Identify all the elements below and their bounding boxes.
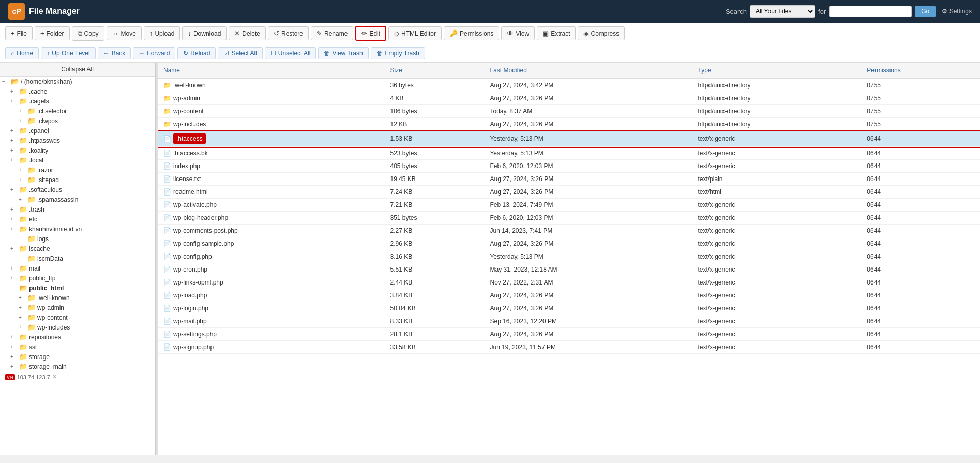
file-name-cell[interactable]: 📄 wp-load.php bbox=[158, 289, 385, 302]
move-button[interactable]: ↔ Move bbox=[107, 26, 142, 40]
tree-toggle-local[interactable]: + bbox=[10, 157, 18, 163]
table-row[interactable]: 📄 .htaccess.bk 523 bytesYesterday, 5:13 … bbox=[158, 147, 980, 160]
tree-item-sitepad[interactable]: +📁.sitepad bbox=[0, 175, 155, 185]
tree-toggle-mail[interactable]: + bbox=[10, 265, 18, 271]
table-row[interactable]: 📄 wp-cron.php 5.51 KBMay 31, 2023, 12:18… bbox=[158, 263, 980, 276]
table-row[interactable]: 📄 wp-config-sample.php 2.96 KBAug 27, 20… bbox=[158, 237, 980, 250]
table-row[interactable]: 📄 wp-links-opml.php 2.44 KBNov 27, 2022,… bbox=[158, 276, 980, 289]
file-name-cell[interactable]: 📄 wp-config.php bbox=[158, 250, 385, 263]
table-row[interactable]: 📄 wp-load.php 3.84 KBAug 27, 2024, 3:26 … bbox=[158, 289, 980, 302]
col-name[interactable]: Name bbox=[158, 63, 385, 79]
file-name-cell[interactable]: 📄 wp-comments-post.php bbox=[158, 225, 385, 237]
table-row[interactable]: 📄 wp-mail.php 8.33 KBSep 16, 2023, 12:20… bbox=[158, 315, 980, 328]
new-folder-button[interactable]: + Folder bbox=[35, 26, 70, 40]
settings-link[interactable]: ⚙ Settings bbox=[942, 8, 972, 15]
tree-toggle-public-ftp[interactable]: + bbox=[10, 275, 18, 281]
tree-item-khanhnvlinnie[interactable]: +📁khanhnvlinnie.id.vn bbox=[0, 224, 155, 234]
file-name-cell[interactable]: 📄 wp-cron.php bbox=[158, 263, 385, 276]
edit-button[interactable]: ✏ Edit bbox=[355, 26, 386, 41]
file-name-cell[interactable]: 📄 wp-links-opml.php bbox=[158, 276, 385, 289]
file-name-cell[interactable]: 📁 .well-known bbox=[158, 79, 385, 92]
table-row[interactable]: 📄 wp-signup.php 33.58 KBJun 19, 2023, 11… bbox=[158, 341, 980, 354]
file-name-cell[interactable]: 📁 wp-content bbox=[158, 105, 385, 118]
tree-toggle-well-known-sub[interactable]: + bbox=[19, 295, 26, 301]
tree-item-storage[interactable]: +📁storage bbox=[0, 352, 155, 362]
file-name-cell[interactable]: 📄 readme.html bbox=[158, 186, 385, 199]
file-name-cell[interactable]: 📁 wp-includes bbox=[158, 118, 385, 131]
table-row[interactable]: 📄 wp-activate.php 7.21 KBFeb 13, 2024, 7… bbox=[158, 199, 980, 212]
delete-button[interactable]: ✕ Delete bbox=[229, 26, 266, 40]
search-input[interactable] bbox=[829, 6, 912, 17]
extract-button[interactable]: ▣ Extract bbox=[537, 26, 576, 40]
file-name-cell[interactable]: 📄 wp-signup.php bbox=[158, 341, 385, 354]
tree-toggle-storage[interactable]: + bbox=[10, 354, 18, 360]
tree-toggle-storage-main[interactable]: + bbox=[10, 364, 18, 369]
file-name-cell[interactable]: 📁 wp-admin bbox=[158, 92, 385, 105]
table-row[interactable]: 📁 wp-content 106 bytesToday, 8:37 AMhttp… bbox=[158, 105, 980, 118]
file-name-cell[interactable]: 📄 wp-login.php bbox=[158, 302, 385, 315]
table-row[interactable]: 📄 .htaccess 1.53 KBYesterday, 5:13 PMtex… bbox=[158, 131, 980, 147]
permissions-button[interactable]: 🔑 Permissions bbox=[444, 26, 499, 40]
tree-toggle-cl-selector[interactable]: + bbox=[19, 108, 26, 114]
tree-toggle-cpanel[interactable]: + bbox=[10, 128, 18, 133]
forward-button[interactable]: → Forward bbox=[133, 47, 175, 59]
tree-item-public-html[interactable]: −📂public_html bbox=[0, 283, 155, 293]
tree-item-etc[interactable]: +📁etc bbox=[0, 214, 155, 224]
restore-button[interactable]: ↺ Restore bbox=[268, 26, 309, 40]
table-row[interactable]: 📄 readme.html 7.24 KBAug 27, 2024, 3:26 … bbox=[158, 186, 980, 199]
tree-item-razor[interactable]: +📁.razor bbox=[0, 165, 155, 175]
search-go-button[interactable]: Go bbox=[915, 6, 936, 17]
download-button[interactable]: ↓ Download bbox=[182, 26, 227, 40]
table-row[interactable]: 📄 wp-settings.php 28.1 KBAug 27, 2024, 3… bbox=[158, 328, 980, 341]
tree-item-cl-selector[interactable]: +📁.cl.selector bbox=[0, 106, 155, 116]
tree-toggle-lscache[interactable]: + bbox=[10, 246, 18, 251]
tree-toggle-razor[interactable]: + bbox=[19, 167, 26, 173]
table-row[interactable]: 📄 license.txt 19.45 KBAug 27, 2024, 3:26… bbox=[158, 173, 980, 186]
file-name-cell[interactable]: 📄 license.txt bbox=[158, 173, 385, 186]
tree-item-cpanel[interactable]: +📁.cpanel bbox=[0, 126, 155, 136]
table-row[interactable]: 📄 wp-config.php 3.16 KBYesterday, 5:13 P… bbox=[158, 250, 980, 263]
tree-item-cache[interactable]: +📁.cache bbox=[0, 86, 155, 96]
search-scope-select[interactable]: All Your Files Current Directory bbox=[750, 5, 815, 18]
tree-item-lscmdata[interactable]: 📁lscmData bbox=[0, 253, 155, 263]
new-file-button[interactable]: + File bbox=[5, 26, 33, 40]
col-size[interactable]: Size bbox=[385, 63, 485, 79]
tree-item-htpasswds[interactable]: +📁.htpasswds bbox=[0, 136, 155, 145]
tree-item-ssl[interactable]: +📁ssl bbox=[0, 342, 155, 352]
tree-toggle-trash[interactable]: + bbox=[10, 206, 18, 212]
home-button[interactable]: ⌂ Home bbox=[5, 47, 39, 59]
collapse-all-button[interactable]: Collapse All bbox=[0, 63, 155, 77]
tree-toggle-softaculous[interactable]: + bbox=[10, 187, 18, 192]
tree-item-koality[interactable]: +📁.koality bbox=[0, 145, 155, 155]
rename-button[interactable]: ✎ Rename bbox=[311, 26, 353, 40]
file-name-cell[interactable]: 📄 .htaccess bbox=[158, 131, 385, 147]
table-row[interactable]: 📄 wp-comments-post.php 2.27 KBJun 14, 20… bbox=[158, 225, 980, 237]
tree-item-wp-content-sub[interactable]: +📁wp-content bbox=[0, 312, 155, 322]
tree-item-clwpos[interactable]: +📁.clwpos bbox=[0, 116, 155, 126]
tree-toggle-wp-content-sub[interactable]: + bbox=[19, 315, 26, 320]
tree-toggle-htpasswds[interactable]: + bbox=[10, 138, 18, 143]
tree-toggle-khanhnvlinnie[interactable]: + bbox=[10, 226, 18, 232]
file-name-cell[interactable]: 📄 .htaccess.bk bbox=[158, 147, 385, 160]
tree-item-wp-admin-sub[interactable]: +📁wp-admin bbox=[0, 303, 155, 312]
file-name-cell[interactable]: 📄 wp-mail.php bbox=[158, 315, 385, 328]
file-name-cell[interactable]: 📄 wp-blog-header.php bbox=[158, 212, 385, 225]
table-row[interactable]: 📁 wp-admin 4 KBAug 27, 2024, 3:26 PMhttp… bbox=[158, 92, 980, 105]
table-row[interactable]: 📄 wp-login.php 50.04 KBAug 27, 2024, 3:2… bbox=[158, 302, 980, 315]
empty-trash-button[interactable]: 🗑 Empty Trash bbox=[371, 47, 425, 59]
tree-toggle-home-root[interactable]: − bbox=[2, 79, 9, 84]
reload-button[interactable]: ↻ Reload bbox=[177, 47, 216, 59]
tree-item-home-root[interactable]: −📂/ (home/bknskhan) bbox=[0, 77, 155, 86]
view-trash-button[interactable]: 🗑 View Trash bbox=[318, 47, 368, 59]
tree-item-well-known-sub[interactable]: +📁.well-known bbox=[0, 293, 155, 303]
tree-item-softaculous[interactable]: +📁.softaculous bbox=[0, 185, 155, 195]
select-all-button[interactable]: ☑ Select All bbox=[218, 47, 262, 59]
tree-toggle-wp-includes-sub[interactable]: + bbox=[19, 324, 26, 330]
file-name-cell[interactable]: 📄 wp-activate.php bbox=[158, 199, 385, 212]
tree-item-mail[interactable]: +📁mail bbox=[0, 263, 155, 273]
compress-button[interactable]: ◈ Compress bbox=[578, 26, 625, 40]
tree-item-local[interactable]: +📁.local bbox=[0, 155, 155, 165]
copy-button[interactable]: ⧉ Copy bbox=[72, 26, 104, 41]
close-icon[interactable]: ✕ bbox=[52, 374, 57, 380]
file-name-cell[interactable]: 📄 index.php bbox=[158, 160, 385, 173]
